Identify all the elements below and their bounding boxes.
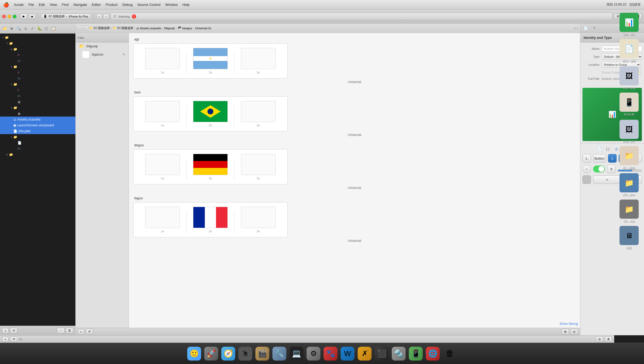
tree-item-main-storyboard[interactable]: ▣ Main.storyboard	[0, 99, 75, 105]
flag-slot-agt-1x[interactable]: 1x	[140, 48, 185, 74]
qq-input[interactable]: QQ拼音	[629, 2, 641, 7]
dock-phone[interactable]: 📱	[408, 346, 424, 362]
curly-btn[interactable]: { }	[605, 146, 611, 152]
path-seg-5[interactable]: 🏴 hanguo	[178, 26, 192, 30]
dock-word[interactable]: W	[340, 346, 356, 362]
nav-report-icon[interactable]: 📋	[51, 26, 56, 31]
dock-terminal[interactable]: 💻	[288, 346, 304, 362]
tree-item-appdelegate-h[interactable]: h AppDelegate.h	[0, 70, 75, 76]
nav-breakpoint-icon[interactable]: ⬡	[44, 26, 49, 31]
path-seg-2[interactable]: 📁 07-国旗选择	[113, 26, 133, 30]
nav-test-icon[interactable]: ✓	[30, 26, 35, 31]
desktop-icon-ksi[interactable]: 📁 KSI...aster	[616, 172, 642, 197]
scheme-selector[interactable]: 📱 07-国旗选择 › iPhone 6s Plus	[41, 14, 91, 19]
flag-img-faguo-3x[interactable]	[241, 207, 276, 228]
button-widget-btn[interactable]: Button	[593, 154, 606, 163]
flag-img-faguo-1x[interactable]	[145, 207, 180, 228]
triangle-supporting[interactable]	[10, 136, 13, 138]
status-refresh-btn[interactable]: ↺	[10, 336, 17, 342]
status-add-btn[interactable]: +	[2, 337, 9, 342]
circle-control-btn[interactable]: ○	[582, 165, 591, 173]
tree-item-viewcontroller-m[interactable]: m ViewController.m	[0, 93, 75, 99]
path-back[interactable]: ‹	[78, 26, 82, 30]
l-widget-btn[interactable]: L	[582, 154, 591, 163]
flag-slot-faguo-1x[interactable]: 1x	[140, 207, 185, 233]
show-slicing-button[interactable]: Show Slicing	[560, 322, 578, 326]
flag-slot-deguo-1x[interactable]: 1x	[140, 154, 185, 180]
menu-edit[interactable]: Edit	[39, 3, 45, 7]
tree-item-root[interactable]: 📁 07-国旗选择	[0, 35, 75, 40]
filter-asset-button[interactable]: ⊕	[562, 329, 569, 334]
nav-search-icon[interactable]: 🔍	[16, 26, 21, 31]
desktop-icon-report[interactable]: 📄 第13...业报	[616, 38, 642, 64]
menu-view[interactable]: View	[50, 3, 57, 7]
desktop-icon-xlsx[interactable]: 📊 ios1...xlsx	[616, 12, 642, 37]
desktop-icon-snip2[interactable]: 🖼 snip....png	[616, 119, 642, 144]
flag-img-baxi-3x[interactable]	[241, 101, 276, 122]
flag-slot-baxi-1x[interactable]: 1x	[140, 101, 185, 127]
zoom-button[interactable]: ◎	[570, 329, 578, 334]
flag-img-agt-1x[interactable]	[145, 48, 180, 69]
menu-window[interactable]: Window	[165, 3, 178, 7]
path-nav-prev[interactable]: ‹	[574, 26, 576, 30]
menu-product[interactable]: Product	[106, 3, 118, 7]
asset-refresh-button[interactable]: ↺	[86, 329, 93, 334]
triangle-other[interactable]	[10, 65, 13, 68]
flag-img-baxi-1x[interactable]	[145, 101, 180, 122]
dock-tools[interactable]: 🔧	[271, 346, 287, 362]
tree-item-infoplist[interactable]: 📄 Info.plist	[0, 128, 75, 134]
quick-help-tab[interactable]: ?	[591, 25, 597, 31]
file-type-btn[interactable]: 📄	[596, 146, 603, 152]
dock-web[interactable]: 🌐	[425, 346, 441, 362]
file-inspector-tab[interactable]: 📄	[582, 25, 589, 31]
desktop-icon-zjl[interactable]: 📁 ZJL...etail	[616, 198, 642, 224]
apple-menu[interactable]: 🍎	[3, 2, 9, 8]
nav-issue-icon[interactable]: ⚠	[23, 26, 28, 31]
dock-app11[interactable]: ⬛	[374, 346, 390, 362]
nav-folder-icon[interactable]: 📁	[2, 26, 7, 31]
tree-item-view[interactable]: 📁 View	[0, 105, 75, 111]
asset-item-04guoqi[interactable]: 📁 04guoqi	[76, 43, 129, 50]
desktop-icon-snip1[interactable]: 🖼 snip....png	[616, 65, 642, 90]
path-seg-4[interactable]: 04guoqi	[164, 27, 174, 30]
triangle-controller[interactable]	[10, 83, 13, 86]
flag-img-faguo-2x[interactable]	[193, 207, 228, 228]
maximize-button[interactable]	[13, 15, 17, 18]
dock-finder[interactable]: 🙂	[186, 346, 202, 362]
desktop-icon-opt[interactable]: 📁 07-...(优化	[616, 145, 642, 171]
triangle-products[interactable]	[5, 153, 9, 156]
flag-slot-faguo-2x[interactable]: 2x	[188, 207, 233, 233]
tree-item-launchscreen[interactable]: ▣ LaunchScreen.storyboard	[0, 122, 75, 128]
dock-x[interactable]: ✗	[357, 346, 373, 362]
dock-paw[interactable]: 🐾	[323, 346, 339, 362]
tree-item-hmflagview[interactable]: ▣ HMFlagView.xib	[0, 111, 75, 117]
tree-item-hmflag-h[interactable]: h HMFlag.h	[0, 52, 75, 58]
add-file-button[interactable]: +	[2, 328, 9, 333]
toggle-switch[interactable]	[593, 166, 605, 172]
add-asset-button[interactable]: +	[78, 329, 84, 334]
menu-help[interactable]: Help	[182, 3, 190, 7]
menu-editor[interactable]: Editor	[92, 3, 101, 7]
dock-settings[interactable]: 🔩	[391, 346, 407, 362]
dock-launchpad[interactable]: 🚀	[203, 346, 219, 362]
menu-xcode[interactable]: Xcode	[14, 3, 24, 7]
menu-source-control[interactable]: Source Control	[137, 3, 161, 7]
status-right-btn[interactable]: ◎	[596, 336, 603, 342]
flag-slot-baxi-3x[interactable]: 3x	[235, 101, 281, 127]
menu-debug[interactable]: Debug	[123, 3, 133, 7]
menu-file[interactable]: File	[28, 3, 34, 7]
tree-item-appdelegate-m[interactable]: m AppDelegate.m	[0, 76, 75, 81]
filter-button[interactable]: ⋯	[57, 328, 65, 333]
tree-item-viewcontroller-h[interactable]: h ViewController.h	[0, 87, 75, 93]
dock-media[interactable]: 🎬	[254, 346, 270, 362]
nav-back[interactable]: ‹	[96, 14, 102, 19]
flag-img-agt-2x[interactable]: ☀	[193, 48, 228, 69]
menu-find[interactable]: Find	[62, 3, 68, 7]
flag-slot-baxi-2x[interactable]: 2x	[188, 101, 233, 127]
dock-gear[interactable]: ⚙	[305, 346, 321, 362]
nav-symbol-icon[interactable]: ⊕	[9, 26, 14, 31]
menu-navigate[interactable]: Navigate	[73, 3, 87, 7]
flag-img-deguo-3x[interactable]	[241, 154, 276, 175]
triangle-root[interactable]	[1, 36, 5, 39]
path-nav-next[interactable]: ›	[577, 26, 578, 30]
